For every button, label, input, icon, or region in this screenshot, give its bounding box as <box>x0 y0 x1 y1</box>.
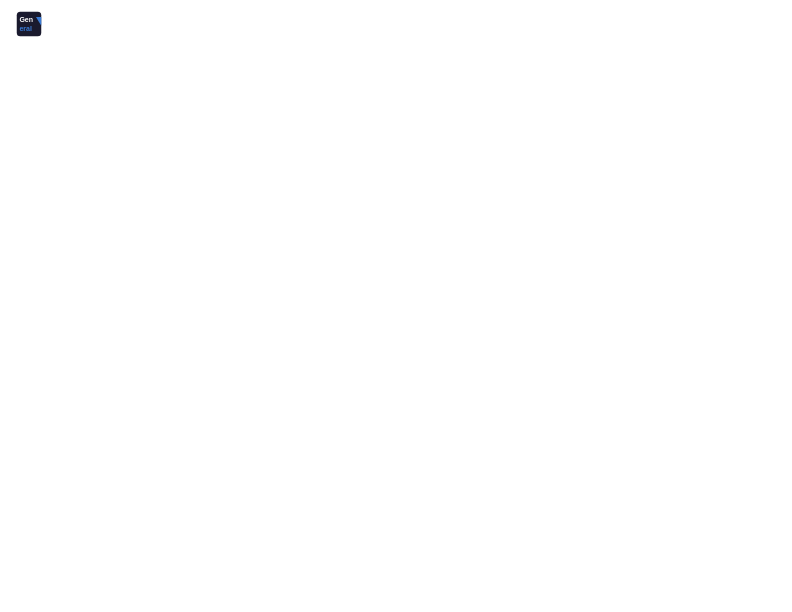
svg-text:Gen: Gen <box>19 16 33 23</box>
header: Gen eral <box>15 10 777 38</box>
logo: Gen eral <box>15 10 47 38</box>
svg-text:eral: eral <box>19 25 32 32</box>
logo-icon: Gen eral <box>15 10 43 38</box>
